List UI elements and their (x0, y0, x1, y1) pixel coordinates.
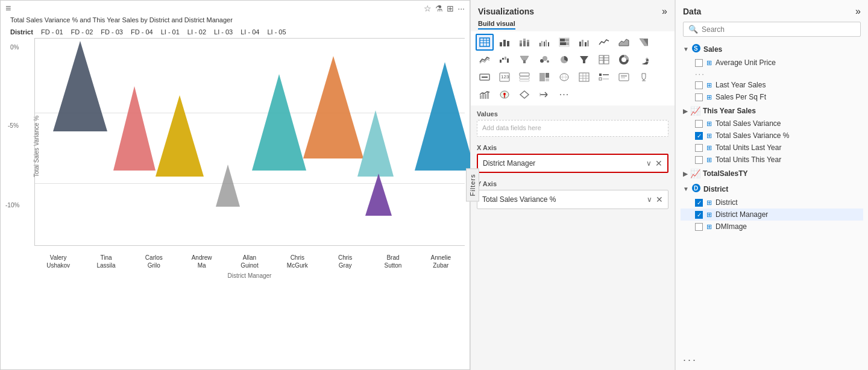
viz-icon-textbox[interactable] (615, 69, 633, 86)
tree-group-this-year-header[interactable]: ▶ 📈 This Year Sales (681, 104, 863, 118)
viz-xaxis-remove[interactable]: ✕ (655, 158, 662, 168)
viz-icon-map[interactable] (555, 69, 573, 86)
cb-district-manager[interactable]: ✓ (695, 211, 703, 219)
viz-xaxis-field[interactable]: District Manager ∨ ✕ (477, 154, 668, 173)
tree-group-sales: ▼ S Sales ⊞ Average Unit Price ··· ⊞ Las… (681, 42, 863, 103)
filters-tab[interactable]: Filters (466, 169, 479, 202)
viz-panel-header: Visualizations » (471, 0, 675, 19)
svg-text:123: 123 (501, 74, 509, 80)
cb-total-units-ly[interactable] (695, 144, 703, 152)
svg-rect-87 (480, 95, 482, 99)
viz-yaxis-field[interactable]: Total Sales Variance % ∨ ✕ (477, 190, 668, 209)
cb-sales-per-sq-ft[interactable] (695, 93, 703, 101)
cb-total-sales-var-pct[interactable]: ✓ (695, 132, 703, 140)
svg-rect-22 (527, 40, 529, 42)
cb-total-sales-var[interactable] (695, 120, 703, 128)
tree-item-last-year-sales[interactable]: ⊞ Last Year Sales (681, 79, 863, 91)
cb-district[interactable]: ✓ (695, 199, 703, 207)
cb-last-year-sales[interactable] (695, 81, 703, 89)
measure-icon-ly: ⊞ (706, 81, 712, 89)
tree-sales-label: Sales (703, 45, 722, 54)
filter-icon[interactable]: ⚗ (435, 4, 443, 13)
viz-icon-pin-map[interactable] (495, 86, 514, 103)
viz-icon-treemap[interactable] (535, 69, 553, 86)
viz-icon-area[interactable] (615, 34, 633, 51)
viz-icon-waterfall[interactable] (495, 51, 514, 68)
viz-icon-bar[interactable] (495, 34, 514, 51)
viz-icon-trophy[interactable] (635, 69, 653, 86)
svg-rect-36 (587, 40, 589, 46)
viz-icon-100bar[interactable] (555, 34, 573, 51)
viz-values-field[interactable]: Add data fields here (477, 120, 668, 137)
svg-text:D: D (694, 185, 698, 192)
viz-yaxis-chevron[interactable]: ∨ (647, 195, 652, 204)
viz-icon-gauge[interactable] (635, 51, 653, 68)
viz-icon-matrix[interactable] (575, 69, 593, 86)
viz-icon-clustered-bar[interactable] (535, 34, 553, 51)
viz-icon-filter[interactable] (575, 51, 593, 68)
viz-icon-card[interactable] (476, 69, 494, 86)
tree-item-total-units-ty[interactable]: ⊞ Total Units This Year (681, 154, 863, 166)
viz-icon-slicer[interactable] (595, 69, 613, 86)
tree-item-district[interactable]: ✓ ⊞ District (681, 196, 863, 209)
cb-avg-unit-price[interactable] (695, 59, 703, 67)
search-input[interactable] (702, 25, 855, 34)
viz-icon-scatter[interactable] (476, 51, 494, 68)
svg-marker-37 (619, 39, 629, 46)
build-visual-tab[interactable]: Build visual (478, 20, 515, 30)
viz-icon-more[interactable]: ··· (555, 86, 573, 103)
data-panel-expand[interactable]: » (855, 6, 861, 17)
viz-icon-arrow[interactable] (535, 86, 553, 103)
viz-icon-funnel[interactable] (515, 51, 533, 68)
viz-icon-barline[interactable] (476, 86, 494, 103)
viz-icon-pie[interactable] (555, 51, 573, 68)
viz-xaxis-chevron[interactable]: ∨ (646, 159, 652, 168)
viz-icon-diamond[interactable] (515, 86, 533, 103)
more-icon[interactable]: ··· (458, 4, 465, 13)
viz-icon-multirow-card[interactable] (515, 69, 533, 86)
tree-tsty-label: TotalSalesTY (703, 169, 747, 178)
triangle-ushakov (53, 41, 107, 131)
tree-item-district-manager[interactable]: ✓ ⊞ District Manager (681, 209, 863, 221)
cb-dmimage[interactable] (695, 223, 703, 231)
x-label-ma: AndrewMa (181, 254, 222, 269)
svg-rect-45 (523, 60, 526, 63)
chart-area: Total Sales Variance % 0% -5% -10% (34, 38, 465, 279)
tree-item-total-units-ly[interactable]: ⊞ Total Units Last Year (681, 142, 863, 154)
data-panel-footer: ... (676, 348, 868, 364)
viz-panel-expand[interactable]: » (662, 6, 667, 17)
viz-icon-scatter2[interactable] (535, 51, 553, 68)
viz-icon-kpi[interactable]: 123 (495, 69, 514, 86)
svg-rect-82 (619, 74, 629, 81)
cb-total-units-ty[interactable] (695, 156, 703, 164)
tree-item-avg-unit-price[interactable]: ⊞ Average Unit Price (681, 57, 863, 69)
pin-icon[interactable]: ☆ (424, 4, 432, 13)
y-tick-5: -5% (8, 122, 19, 129)
viz-icon-line[interactable] (595, 34, 613, 51)
svg-rect-26 (546, 40, 547, 46)
tree-item-total-sales-var-pct[interactable]: ✓ ⊞ Total Sales Variance % (681, 130, 863, 142)
viz-icon-table2[interactable] (595, 51, 613, 68)
tree-group-totalsalesty-header[interactable]: ▶ 📈 TotalSalesTY (681, 167, 863, 180)
tree-item-total-sales-var[interactable]: ⊞ Total Sales Variance (681, 118, 863, 130)
svg-rect-73 (579, 73, 589, 81)
tree-group-sales-header[interactable]: ▼ S Sales (681, 42, 863, 57)
tree-group-this-year: ▶ 📈 This Year Sales ⊞ Total Sales Varian… (681, 104, 863, 166)
viz-icon-donut[interactable] (615, 51, 633, 68)
label-total-units-ly: Total Units Last Year (715, 143, 861, 152)
tree-item-sales-per-sq-ft[interactable]: ⊞ Sales Per Sq Ft (681, 91, 863, 103)
data-search-box[interactable]: 🔍 (683, 22, 861, 37)
viz-icon-ribbon[interactable] (635, 34, 653, 51)
svg-rect-66 (520, 80, 529, 81)
chart-legend: District FD - 01FD - 02FD - 03FD - 04LI … (1, 26, 470, 38)
viz-icon-table[interactable] (476, 34, 494, 51)
svg-text:S: S (694, 45, 698, 52)
viz-icon-grouped-bar2[interactable] (575, 34, 593, 51)
svg-marker-94 (520, 91, 529, 98)
tree-group-district-header[interactable]: ▼ D District (681, 181, 863, 196)
tree-item-dmimage[interactable]: ⊞ DMImage (681, 221, 863, 233)
viz-icon-stacked-bar[interactable] (515, 34, 533, 51)
expand-icon[interactable]: ⊞ (447, 4, 454, 13)
viz-yaxis-remove[interactable]: ✕ (656, 195, 663, 204)
svg-point-92 (503, 93, 506, 95)
